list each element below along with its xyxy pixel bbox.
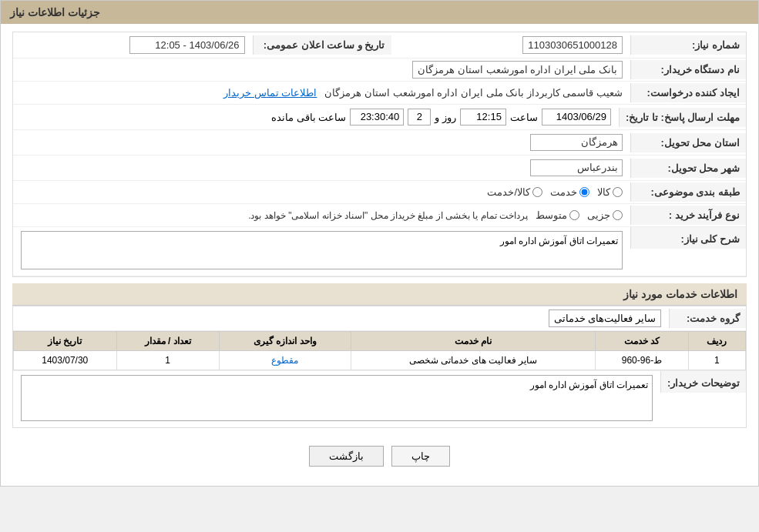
mohlat-saat-label: ساعت (510, 112, 538, 123)
farayand-value: جزیی متوسط پرداخت تمام یا بخشی از مبلغ خ… (13, 206, 630, 225)
farayand-label: نوع فرآیند خرید : (630, 206, 746, 225)
tarikh-value: 1403/06/26 - 12:05 (13, 32, 253, 58)
row-farayand: نوع فرآیند خرید : جزیی متوسط پرداخت تمام… (13, 204, 746, 227)
tabaqe-value: کالا خدمت کالا/خدمت (13, 182, 630, 202)
farayand-jozyi-label: جزیی (587, 209, 610, 221)
cell-vahed: مقطوع (219, 351, 351, 370)
cell-nam: سایر فعالیت های خدماتی شخصی (351, 351, 596, 370)
tarikh-label: تاریخ و ساعت اعلان عمومی: (253, 35, 391, 55)
ostan-value: هرمزگان (13, 130, 630, 155)
mohlat-complex: 1403/06/29 ساعت 12:15 روز و 2 23:30:40 س… (13, 105, 619, 129)
farayand-motavaset-radio[interactable] (569, 210, 579, 220)
tabaqe-khedmat-option[interactable]: خدمت (550, 186, 589, 198)
farayand-motavaset-label: متوسط (536, 209, 567, 221)
row-mohlat: مهلت ارسال پاسخ: تا تاریخ: 1403/06/29 سا… (13, 105, 746, 130)
tabaqe-kala-khedmat-label: کالا/خدمت (487, 186, 530, 198)
shrh-koli-label: شرح کلی نیاز: (630, 227, 746, 249)
row-tabaqe: طبقه بندی موضوعی: کالا خدمت (13, 181, 746, 204)
mohlat-saat2-label: ساعت باقی مانده (271, 112, 346, 123)
bazgasht-button[interactable]: بازگشت (309, 446, 384, 467)
col-tarikh: تاریخ نیاز (14, 332, 117, 351)
col-vahed: واحد اندازه گیری (219, 332, 351, 351)
ijad-konande-text: شعیب قاسمی کاربرداز بانک ملی ایران اداره… (324, 87, 623, 99)
groh-input: سایر فعالیت‌های خدماتی (549, 309, 661, 327)
tabaqe-radio-group: کالا خدمت کالا/خدمت (21, 186, 623, 198)
row-shahr: شهر محل تحویل: بندرعباس (13, 156, 746, 181)
shmare-input: 1103030651000128 (522, 36, 623, 54)
row-nam-dastgah: نام دستگاه خریدار: بانک ملی ایران اداره … (13, 59, 746, 82)
ostan-input: هرمزگان (530, 134, 623, 151)
mohlat-saat-input: 12:15 (460, 109, 506, 125)
shrh-koli-textarea[interactable] (21, 231, 623, 269)
groh-label: گروه خدمت: (669, 309, 746, 328)
mohlat-roz-input: 2 (408, 109, 431, 125)
mohlat-label: مهلت ارسال پاسخ: تا تاریخ: (619, 108, 746, 127)
khedmat-section-title: اطلاعات خدمات مورد نیاز (12, 283, 747, 306)
farayand-jozyi-option[interactable]: جزیی (587, 209, 623, 221)
ijad-konande-label: ایجاد کننده درخواست: (630, 83, 746, 102)
shahr-value: بندرعباس (13, 156, 630, 180)
tabaqe-kala-label: کالا (597, 186, 610, 198)
ijad-konande-value: شعیب قاسمی کاربرداز بانک ملی ایران اداره… (13, 83, 630, 102)
mohlat-saat2-input: 23:30:40 (350, 109, 404, 125)
page-title: جزئیات اطلاعات نیاز (10, 6, 100, 18)
shmare-value: 1103030651000128 (391, 32, 631, 58)
shahr-input: بندرعباس (530, 159, 623, 176)
khedmat-table: ردیف کد خدمت نام خدمت واحد اندازه گیری ت… (13, 331, 746, 370)
nam-dastgah-input: بانک ملی ایران اداره امورشعب استان هرمزگ… (412, 61, 623, 79)
farayand-motavaset-option[interactable]: متوسط (536, 209, 579, 221)
cell-tedad: 1 (116, 351, 219, 370)
groh-value: سایر فعالیت‌های خدماتی (13, 309, 669, 328)
row-shrh-koli: شرح کلی نیاز: document.querySelector('[d… (13, 227, 746, 276)
nam-dastgah-label: نام دستگاه خریدار: (630, 60, 746, 79)
chap-button[interactable]: چاپ (391, 446, 450, 467)
etelaat-tamas-link[interactable]: اطلاعات تماس خریدار (223, 87, 317, 99)
mohlat-roz-label: روز و (435, 112, 456, 123)
toz-section: توضیحات خریدار: document.querySelector('… (13, 370, 746, 427)
col-kod: کد خدمت (596, 332, 688, 351)
ostan-label: استان محل تحویل: (630, 133, 746, 152)
shrh-koli-value: document.querySelector('[data-name="shrh… (13, 227, 630, 276)
toz-label: توضیحات خریدار: (660, 371, 746, 393)
tabaqe-kala-khedmat-radio[interactable] (532, 187, 542, 197)
toz-textarea[interactable] (21, 375, 653, 421)
tabaqe-label: طبقه بندی موضوعی: (630, 182, 746, 202)
tabaqe-kala-radio[interactable] (613, 187, 623, 197)
farayand-note: پرداخت تمام یا بخشی از مبلغ خریداز محل "… (248, 210, 528, 221)
table-body: 1 ط-96-960 سایر فعالیت های خدماتی شخصی م… (14, 351, 746, 370)
table-header-row: ردیف کد خدمت نام خدمت واحد اندازه گیری ت… (14, 332, 746, 351)
nam-dastgah-value: بانک ملی ایران اداره امورشعب استان هرمزگ… (13, 60, 630, 79)
main-content: شماره نیاز: 1103030651000128 تاریخ و ساع… (1, 24, 758, 486)
tabaqe-kala-khedmat-option[interactable]: کالا/خدمت (487, 186, 542, 198)
khedmat-table-section: گروه خدمت: سایر فعالیت‌های خدماتی ردیف ک… (12, 306, 747, 428)
page-header: جزئیات اطلاعات نیاز (1, 1, 758, 24)
cell-kod: ط-96-960 (596, 351, 688, 370)
toz-value: document.querySelector('[data-name="toz-… (13, 371, 660, 427)
col-tedad: تعداد / مقدار (116, 332, 219, 351)
farayand-jozyi-radio[interactable] (613, 210, 623, 220)
cell-radif: 1 (688, 351, 745, 370)
tabaqe-khedmat-radio[interactable] (579, 187, 589, 197)
row-ijad-konande: ایجاد کننده درخواست: شعیب قاسمی کاربرداز… (13, 82, 746, 105)
shahr-label: شهر محل تحویل: (630, 159, 746, 178)
tarikh-input: 1403/06/26 - 12:05 (129, 36, 245, 54)
col-radif: ردیف (688, 332, 745, 351)
tabaqe-khedmat-label: خدمت (550, 186, 577, 198)
mohlat-date-input: 1403/06/29 (542, 109, 611, 125)
main-info-section: شماره نیاز: 1103030651000128 تاریخ و ساع… (12, 32, 747, 277)
cell-tarikh: 1403/07/30 (14, 351, 117, 370)
groh-row: گروه خدمت: سایر فعالیت‌های خدماتی (13, 306, 746, 331)
row-shmare-tarikh: شماره نیاز: 1103030651000128 تاریخ و ساع… (13, 32, 746, 59)
tabaqe-kala-option[interactable]: کالا (597, 186, 623, 198)
buttons-row: چاپ بازگشت (12, 434, 747, 478)
shmare-label: شماره نیاز: (630, 35, 746, 55)
table-row: 1 ط-96-960 سایر فعالیت های خدماتی شخصی م… (14, 351, 746, 370)
page-wrapper: جزئیات اطلاعات نیاز شماره نیاز: 11030306… (0, 0, 759, 487)
col-nam: نام خدمت (351, 332, 596, 351)
row-ostan: استان محل تحویل: هرمزگان (13, 130, 746, 156)
